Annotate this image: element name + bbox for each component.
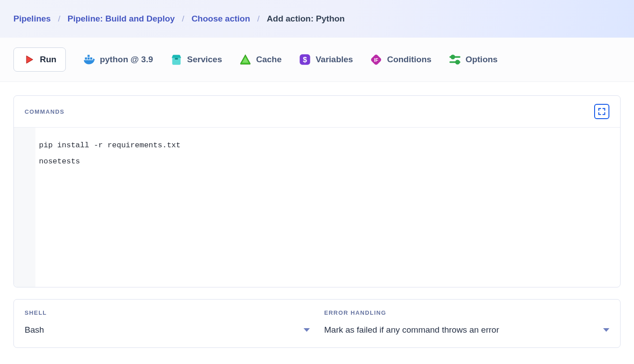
- settings-panel: SHELL Bash ERROR HANDLING Mark as failed…: [13, 299, 621, 348]
- breadcrumb-pipeline[interactable]: Pipeline: Build and Deploy: [68, 14, 175, 24]
- error-handling-title: ERROR HANDLING: [324, 309, 609, 316]
- tab-label: Services: [187, 55, 222, 64]
- breadcrumb: Pipelines / Pipeline: Build and Deploy /…: [13, 14, 345, 24]
- svg-point-12: [456, 60, 459, 64]
- breadcrumb-current: Add action: Python: [267, 14, 345, 24]
- shell-value: Bash: [25, 325, 44, 335]
- commands-panel: COMMANDS pip install -r requirements.txt…: [13, 95, 621, 287]
- tab-label: python @ 3.9: [100, 55, 153, 64]
- tab-label: Cache: [256, 55, 282, 64]
- svg-rect-3: [90, 57, 92, 60]
- tab-services[interactable]: Services: [170, 53, 222, 66]
- tab-cache[interactable]: Cache: [239, 53, 282, 66]
- editor-gutter: [14, 128, 35, 287]
- tab-conditions[interactable]: IF Conditions: [370, 53, 431, 66]
- tab-run[interactable]: Run: [13, 47, 66, 72]
- tab-label: Conditions: [387, 55, 431, 64]
- breadcrumb-pipelines[interactable]: Pipelines: [13, 14, 51, 24]
- content: COMMANDS pip install -r requirements.txt…: [0, 82, 634, 361]
- tab-variables[interactable]: $ Variables: [299, 53, 353, 66]
- svg-point-11: [451, 56, 454, 59]
- error-handling-value: Mark as failed if any command throws an …: [324, 325, 499, 335]
- tab-label: Run: [40, 55, 56, 64]
- shell-title: SHELL: [25, 309, 310, 316]
- if-icon: IF: [370, 53, 382, 66]
- breadcrumb-separator: /: [257, 14, 260, 24]
- tab-options[interactable]: Options: [449, 53, 498, 66]
- svg-rect-2: [87, 55, 90, 57]
- chevron-down-icon: [304, 328, 310, 332]
- breadcrumb-separator: /: [58, 14, 60, 24]
- breadcrumb-choose-action[interactable]: Choose action: [192, 14, 250, 24]
- commands-header: COMMANDS: [14, 96, 620, 128]
- docker-icon: [83, 53, 95, 66]
- svg-rect-1: [87, 57, 90, 60]
- tab-label: Variables: [316, 55, 353, 64]
- sliders-icon: [449, 53, 461, 66]
- breadcrumb-separator: /: [182, 14, 184, 24]
- commands-editor[interactable]: pip install -r requirements.txt nosetest…: [14, 128, 620, 287]
- dollar-icon: $: [299, 53, 311, 66]
- play-icon: [23, 53, 35, 66]
- svg-rect-4: [175, 58, 178, 60]
- error-handling-select[interactable]: Mark as failed if any command throws an …: [324, 325, 609, 335]
- chevron-down-icon: [603, 328, 609, 332]
- svg-text:IF: IF: [374, 57, 379, 63]
- shell-select[interactable]: Bash: [25, 325, 310, 335]
- tab-environment[interactable]: python @ 3.9: [83, 53, 153, 66]
- error-handling-column: ERROR HANDLING Mark as failed if any com…: [324, 309, 609, 335]
- svg-text:$: $: [303, 56, 307, 64]
- tab-label: Options: [466, 55, 498, 64]
- commands-code[interactable]: pip install -r requirements.txt nosetest…: [35, 128, 620, 287]
- header: Pipelines / Pipeline: Build and Deploy /…: [0, 0, 634, 38]
- svg-rect-0: [85, 57, 87, 60]
- fullscreen-button[interactable]: [594, 104, 609, 119]
- package-icon: [170, 53, 183, 66]
- cache-icon: [239, 53, 252, 66]
- shell-column: SHELL Bash: [25, 309, 310, 335]
- commands-title: COMMANDS: [25, 108, 64, 115]
- tabs-bar: Run python @ 3.9 Services: [0, 38, 634, 82]
